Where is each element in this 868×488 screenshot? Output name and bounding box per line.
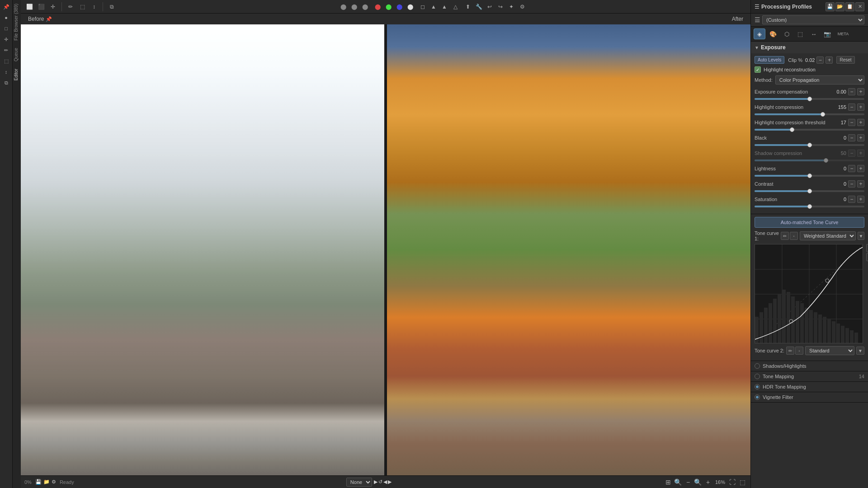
tb-color-r[interactable]: ⬤: [373, 2, 382, 12]
hl-thresh-thumb[interactable]: [790, 127, 794, 132]
contrast-thumb[interactable]: [807, 189, 812, 193]
hl-comp-track[interactable]: [755, 113, 864, 115]
status-settings-icon[interactable]: ⚙: [52, 479, 56, 485]
exposure-section-header[interactable]: ▼ Exposure: [751, 42, 868, 53]
method-select[interactable]: Color Propagation: [775, 75, 864, 84]
zoom-100[interactable]: 🔍: [693, 478, 703, 487]
tb-arrow[interactable]: ↕: [89, 2, 99, 12]
label-filebrowser[interactable]: File Browser (389): [13, 0, 21, 44]
tab-color[interactable]: 🎨: [767, 28, 779, 39]
saturation-plus[interactable]: +: [857, 196, 864, 203]
view-mode-btn[interactable]: ⬚: [738, 478, 747, 487]
zoom-out[interactable]: −: [684, 478, 693, 487]
hdr-tone-mapping-item[interactable]: HDR Tone Mapping: [751, 382, 868, 392]
status-save-icon[interactable]: 💾: [35, 479, 42, 485]
tc-btn-1[interactable]: ⊕: [866, 244, 868, 252]
tc1-point-icon[interactable]: ◦: [790, 232, 798, 240]
tb-open[interactable]: ⬜: [24, 2, 34, 12]
tab-detail[interactable]: ⬡: [781, 28, 793, 39]
label-editor[interactable]: Editor: [13, 65, 21, 84]
tc2-dropdown-icon[interactable]: ▼: [856, 347, 864, 355]
panel-btn-4[interactable]: ✕: [855, 2, 864, 11]
shadow-comp-minus[interactable]: −: [848, 150, 855, 157]
reset-btn[interactable]: Reset: [836, 56, 854, 64]
auto-matched-btn[interactable]: Auto-matched Tone Curve: [755, 217, 864, 228]
tb-color-b[interactable]: ⬤: [394, 2, 404, 12]
hl-thresh-track[interactable]: [755, 129, 864, 131]
status-folder-icon[interactable]: 📁: [43, 479, 50, 485]
tb-icon-square[interactable]: □: [1, 23, 11, 33]
fullscreen-btn[interactable]: ⛶: [728, 478, 737, 487]
tc1-select[interactable]: Weighted Standard: [800, 231, 856, 240]
tm-radio[interactable]: [755, 374, 760, 379]
before-panel[interactable]: [21, 24, 384, 475]
lightness-thumb[interactable]: [807, 174, 812, 178]
saturation-track[interactable]: [755, 206, 864, 207]
tb-add[interactable]: ✛: [48, 2, 58, 12]
saturation-thumb[interactable]: [807, 204, 812, 209]
tone-mapping-item[interactable]: Tone Mapping 14: [751, 371, 868, 382]
tb-snap[interactable]: ✦: [506, 2, 516, 12]
lightness-minus[interactable]: −: [848, 165, 855, 172]
hl-thresh-plus[interactable]: +: [857, 119, 864, 126]
tb-gear[interactable]: ⚙: [517, 2, 527, 12]
zoom-in[interactable]: +: [703, 478, 712, 487]
tb-indicator-2[interactable]: ⬤: [349, 2, 359, 12]
tc1-edit-icon[interactable]: ✏: [781, 232, 789, 240]
shadow-comp-thumb[interactable]: [824, 158, 828, 163]
lightness-track[interactable]: [755, 175, 864, 177]
tc1-dropdown-icon[interactable]: ▼: [858, 232, 864, 240]
after-panel[interactable]: [387, 24, 750, 475]
panel-btn-2[interactable]: 📂: [835, 2, 844, 11]
status-prev-icon[interactable]: ◀: [383, 479, 387, 485]
tc2-select[interactable]: Standard: [805, 346, 854, 355]
vf-radio[interactable]: [755, 394, 760, 400]
exp-comp-plus[interactable]: +: [857, 88, 864, 95]
shadows-highlights-item[interactable]: Shadows/Highlights: [751, 361, 868, 371]
highlight-recon-checkbox[interactable]: ✓: [755, 66, 761, 73]
tab-transform[interactable]: ↔: [808, 28, 820, 39]
clip-plus[interactable]: +: [826, 56, 833, 64]
tb-undo[interactable]: ↩: [485, 2, 495, 12]
tb-extra1[interactable]: ⧉: [107, 2, 117, 12]
status-next-icon[interactable]: ▶: [388, 479, 392, 485]
status-play-icon[interactable]: ▶: [374, 479, 377, 485]
tb-icon-plus[interactable]: ✛: [1, 34, 11, 44]
sh-radio[interactable]: [755, 363, 760, 369]
tc2-edit-icon[interactable]: ✏: [786, 347, 794, 355]
tb-triangle2[interactable]: ▲: [429, 2, 439, 12]
black-plus[interactable]: +: [857, 134, 864, 141]
exp-comp-thumb[interactable]: [807, 97, 812, 101]
auto-levels-btn[interactable]: Auto Levels: [755, 56, 784, 64]
tab-raw[interactable]: 📷: [821, 28, 833, 39]
tc-btn-2[interactable]: ✕: [866, 253, 868, 261]
tb-indicator-1[interactable]: ⬤: [338, 2, 348, 12]
exp-comp-minus[interactable]: −: [848, 88, 855, 95]
tb-indicator-3[interactable]: ⬤: [360, 2, 370, 12]
status-loop-icon[interactable]: ↺: [378, 479, 382, 485]
tb-pencil[interactable]: ✏: [66, 2, 75, 12]
hl-thresh-minus[interactable]: −: [848, 119, 855, 126]
tb-move[interactable]: ⬚: [77, 2, 87, 12]
tb-color-l[interactable]: ⬤: [405, 2, 415, 12]
black-minus[interactable]: −: [848, 134, 855, 141]
tb-export[interactable]: ⬆: [463, 2, 473, 12]
hl-comp-minus[interactable]: −: [848, 103, 855, 111]
clip-minus[interactable]: −: [816, 56, 824, 64]
contrast-track[interactable]: [755, 190, 864, 192]
tone-curve-canvas[interactable]: [755, 244, 863, 343]
tb-save[interactable]: ⬛: [36, 2, 46, 12]
vignette-filter-item[interactable]: Vignette Filter: [751, 392, 868, 403]
tab-meta[interactable]: META: [835, 28, 851, 39]
label-queue[interactable]: Queue: [13, 44, 21, 65]
pin-icon[interactable]: 📌: [46, 16, 52, 22]
tb-icon-move[interactable]: ⬚: [1, 56, 11, 66]
tb-settings[interactable]: 🔧: [474, 2, 484, 12]
profile-select[interactable]: (Custom): [762, 15, 864, 24]
black-track[interactable]: [755, 144, 864, 146]
tb-redo[interactable]: ↪: [495, 2, 505, 12]
tb-triangle1[interactable]: ◻: [418, 2, 428, 12]
exp-comp-track[interactable]: [755, 98, 864, 100]
tb-icon-grid[interactable]: ⧉: [1, 78, 11, 88]
tb-color-g[interactable]: ⬤: [383, 2, 393, 12]
